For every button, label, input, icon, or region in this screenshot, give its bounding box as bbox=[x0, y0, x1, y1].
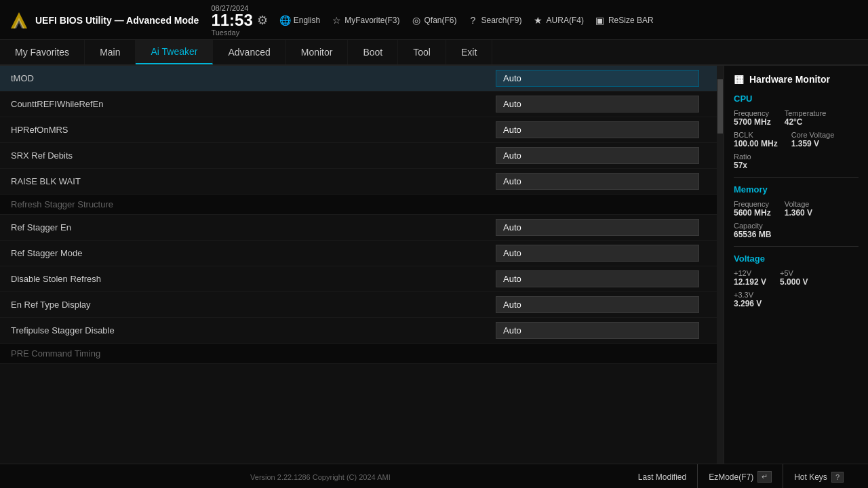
qfan-label: Qfan(F6) bbox=[425, 16, 457, 25]
nav-main[interactable]: Main bbox=[85, 40, 136, 64]
cpu-freq-temp-pair: Frequency 5700 MHz Temperature 42°C bbox=[734, 109, 859, 127]
nav-exit[interactable]: Exit bbox=[446, 40, 492, 64]
resizebar-icon: ▣ bbox=[595, 15, 606, 26]
settings-row-ref-stagger-en[interactable]: Ref Stagger En Auto bbox=[0, 215, 717, 241]
memory-voltage-divider bbox=[734, 246, 859, 247]
cpu-ratio-pair: Ratio 57x bbox=[734, 152, 859, 170]
settings-row-disable-stolen[interactable]: Disable Stolen Refresh Auto bbox=[0, 266, 717, 292]
cpu-ratio-value: 57x bbox=[734, 161, 751, 170]
value-box-srx: Auto bbox=[496, 147, 699, 164]
day-display: Tuesday bbox=[211, 28, 267, 37]
scrollbar-thumb[interactable] bbox=[717, 79, 723, 134]
toolbar: 🌐 English ☆ MyFavorite(F3) ◎ Qfan(F6) ? … bbox=[280, 15, 860, 26]
cpu-corevolt-value: 1.359 V bbox=[791, 139, 835, 148]
cpu-frequency-label: Frequency bbox=[734, 109, 771, 117]
volt-12v-5v-pair: +12V 12.192 V +5V 5.000 V bbox=[734, 269, 859, 287]
settings-row-srx[interactable]: SRX Ref Debits Auto bbox=[0, 143, 717, 169]
setting-name-trefipulse: Trefipulse Stagger Disable bbox=[11, 325, 496, 336]
qfan-icon: ◎ bbox=[411, 15, 422, 26]
asus-logo-icon bbox=[8, 9, 30, 31]
mem-frequency-item: Frequency 5600 MHz bbox=[734, 200, 771, 218]
memory-section-title: Memory bbox=[734, 184, 859, 195]
toolbar-search[interactable]: ? Search(F9) bbox=[468, 15, 522, 26]
settings-row-trefipulse[interactable]: Trefipulse Stagger Disable Auto bbox=[0, 318, 717, 344]
cpu-bclk-value: 100.00 MHz bbox=[734, 139, 778, 148]
volt-5v-item: +5V 5.000 V bbox=[780, 269, 808, 287]
voltage-section: Voltage +12V 12.192 V +5V 5.000 V +3.3V … bbox=[734, 253, 859, 308]
hw-monitor-title: ▦ Hardware Monitor bbox=[734, 73, 859, 85]
ezmode-label: EzMode(F7) bbox=[709, 472, 753, 482]
settings-row-ref-stagger-mode[interactable]: Ref Stagger Mode Auto bbox=[0, 241, 717, 266]
nav-tool[interactable]: Tool bbox=[398, 40, 446, 64]
settings-row-hpref[interactable]: HPRefOnMRS Auto bbox=[0, 117, 717, 143]
cpu-ratio-label: Ratio bbox=[734, 152, 751, 161]
hw-monitor-icon: ▦ bbox=[734, 73, 744, 85]
nav-favorites-label: My Favorites bbox=[15, 47, 69, 58]
cpu-corevolt-item: Core Voltage 1.359 V bbox=[791, 131, 835, 148]
setting-name-tmod: tMOD bbox=[11, 73, 496, 83]
value-box-ref-stagger-mode: Auto bbox=[496, 245, 699, 262]
value-box-raise: Auto bbox=[496, 173, 699, 190]
setting-value-srx: Auto bbox=[496, 147, 706, 164]
settings-row-raise[interactable]: RAISE BLK WAIT Auto bbox=[0, 169, 717, 195]
setting-value-trefipulse: Auto bbox=[496, 322, 706, 339]
volt-12v-item: +12V 12.192 V bbox=[734, 269, 766, 287]
footer-ezmode[interactable]: EzMode(F7) ↵ bbox=[697, 464, 783, 489]
mem-frequency-label: Frequency bbox=[734, 200, 771, 208]
toolbar-myfavorite[interactable]: ☆ MyFavorite(F3) bbox=[331, 15, 399, 26]
aura-icon: ★ bbox=[533, 15, 544, 26]
toolbar-qfan[interactable]: ◎ Qfan(F6) bbox=[411, 15, 457, 26]
volt-12v-value: 12.192 V bbox=[734, 277, 766, 287]
cpu-bclk-corevolt-pair: BCLK 100.00 MHz Core Voltage 1.359 V bbox=[734, 131, 859, 148]
hot-keys-icon: ? bbox=[831, 472, 844, 483]
setting-name-refresh-header: Refresh Stagger Structure bbox=[11, 199, 706, 209]
cpu-bclk-item: BCLK 100.00 MHz bbox=[734, 131, 778, 148]
settings-row-tmod[interactable]: tMOD Auto bbox=[0, 66, 717, 92]
settings-icon: ⚙ bbox=[257, 13, 268, 28]
volt-33v-value: 3.296 V bbox=[734, 299, 762, 308]
volt-5v-value: 5.000 V bbox=[780, 277, 808, 287]
nav-main-label: Main bbox=[100, 47, 120, 58]
time-display: 11:53 bbox=[211, 12, 252, 28]
value-box-ref-stagger-en: Auto bbox=[496, 219, 699, 236]
setting-name-disable-stolen: Disable Stolen Refresh bbox=[11, 274, 496, 284]
nav-boot[interactable]: Boot bbox=[348, 40, 398, 64]
settings-row-refresh-header: Refresh Stagger Structure bbox=[0, 195, 717, 215]
toolbar-language[interactable]: 🌐 English bbox=[280, 15, 320, 26]
cpu-temperature-label: Temperature bbox=[785, 109, 827, 117]
hw-monitor-label: Hardware Monitor bbox=[749, 74, 830, 85]
scrollbar[interactable] bbox=[717, 66, 724, 464]
mem-frequency-value: 5600 MHz bbox=[734, 208, 771, 218]
toolbar-aura[interactable]: ★ AURA(F4) bbox=[533, 15, 584, 26]
setting-name-en-ref: En Ref Type Display bbox=[11, 300, 496, 310]
footer-actions: Last Modified EzMode(F7) ↵ Hot Keys ? bbox=[627, 464, 854, 489]
settings-row-en-ref[interactable]: En Ref Type Display Auto bbox=[0, 292, 717, 318]
cpu-frequency-item: Frequency 5700 MHz bbox=[734, 109, 771, 127]
value-box-disable-stolen: Auto bbox=[496, 270, 699, 287]
value-box-en-ref: Auto bbox=[496, 296, 699, 313]
nav-monitor[interactable]: Monitor bbox=[286, 40, 349, 64]
setting-value-ref-stagger-mode: Auto bbox=[496, 245, 706, 262]
nav-ai-tweaker[interactable]: Ai Tweaker bbox=[136, 40, 213, 64]
main-layout: tMOD Auto CounttREFIWhileRefEn Auto HPRe… bbox=[0, 66, 868, 464]
nav-boot-label: Boot bbox=[363, 47, 382, 58]
nav-advanced[interactable]: Advanced bbox=[213, 40, 285, 64]
volt-33v-item: +3.3V 3.296 V bbox=[734, 291, 762, 308]
footer-hot-keys[interactable]: Hot Keys ? bbox=[783, 464, 854, 489]
resizebar-label: ReSize BAR bbox=[608, 16, 654, 25]
volt-33v-pair: +3.3V 3.296 V bbox=[734, 291, 859, 308]
footer-last-modified[interactable]: Last Modified bbox=[627, 464, 697, 489]
cpu-section-title: CPU bbox=[734, 94, 859, 104]
last-modified-label: Last Modified bbox=[638, 472, 686, 482]
hw-monitor-panel: ▦ Hardware Monitor CPU Frequency 5700 MH… bbox=[724, 66, 868, 464]
setting-name-srx: SRX Ref Debits bbox=[11, 150, 496, 161]
ezmode-key-icon: ↵ bbox=[757, 471, 772, 483]
toolbar-resizebar[interactable]: ▣ ReSize BAR bbox=[595, 15, 654, 26]
cpu-frequency-value: 5700 MHz bbox=[734, 117, 771, 127]
setting-value-ref-stagger-en: Auto bbox=[496, 219, 706, 236]
mem-capacity-item: Capacity 65536 MB bbox=[734, 222, 771, 239]
cpu-memory-divider bbox=[734, 177, 859, 178]
settings-row-counttrefi[interactable]: CounttREFIWhileRefEn Auto bbox=[0, 92, 717, 117]
nav-favorites[interactable]: My Favorites bbox=[0, 40, 85, 64]
setting-name-raise: RAISE BLK WAIT bbox=[11, 176, 496, 186]
